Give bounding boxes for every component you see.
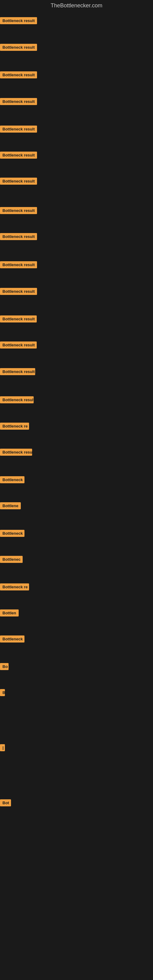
bottleneck-result-item: Bottlenec — [0, 556, 22, 564]
bottleneck-badge: Bottleneck result — [0, 368, 35, 375]
bottleneck-badge: Bottleneck result — [0, 396, 33, 403]
bottleneck-result-item: Bottleneck — [0, 530, 24, 538]
bottleneck-result-item: Bo — [0, 663, 9, 671]
bottleneck-badge: Bottlenec — [0, 556, 22, 563]
bottleneck-badge: Bottleneck result — [0, 178, 37, 185]
bottleneck-badge: Bottleneck — [0, 635, 24, 643]
bottleneck-result-item: B — [0, 689, 5, 697]
bottleneck-result-item: Bottleneck result — [0, 288, 37, 296]
bottleneck-badge: B — [0, 689, 5, 696]
bottleneck-result-item: Bottleneck result — [0, 72, 37, 80]
bottleneck-badge: Bottleneck result — [0, 261, 37, 268]
bottleneck-result-item: Bottleneck result — [0, 368, 35, 376]
bottleneck-badge: Bottleneck re — [0, 584, 29, 590]
bottleneck-result-item: Bottleneck re — [0, 584, 29, 592]
bottleneck-result-item: Bot — [0, 799, 11, 808]
bottleneck-badge: Bottleneck result — [0, 151, 37, 159]
bottleneck-badge: Bottleneck — [0, 530, 24, 537]
bottleneck-result-item: Bottleneck result — [0, 17, 37, 25]
bottleneck-badge: Bottleneck — [0, 476, 24, 483]
bottleneck-result-item: | — [0, 744, 5, 752]
bottleneck-result-item: Bottleneck result — [0, 44, 37, 52]
bottleneck-result-item: Bottleneck result — [0, 396, 33, 404]
bottleneck-result-item: Bottleneck result — [0, 151, 37, 160]
bottleneck-badge: Bo — [0, 663, 9, 670]
bottleneck-result-item: Bottleneck result — [0, 342, 37, 350]
bottleneck-badge: Bottleneck result — [0, 44, 37, 51]
bottleneck-badge: Bottleneck resul — [0, 449, 32, 456]
bottleneck-badge: Bot — [0, 799, 11, 807]
bottleneck-badge: Bottleneck result — [0, 98, 37, 105]
bottleneck-result-item: Bottleneck — [0, 635, 24, 644]
bottleneck-badge: Bottlen — [0, 609, 19, 616]
bottleneck-badge: Bottleneck result — [0, 342, 37, 348]
bottleneck-badge: Bottleneck re — [0, 423, 29, 430]
bottleneck-result-item: Bottlen — [0, 609, 19, 618]
bottleneck-result-item: Bottleneck re — [0, 423, 29, 431]
bottleneck-result-item: Bottleneck result — [0, 233, 37, 241]
bottleneck-badge: Bottleneck result — [0, 233, 37, 240]
bottleneck-result-item: Bottleneck result — [0, 207, 37, 215]
bottleneck-result-item: Bottleneck result — [0, 261, 37, 269]
bottleneck-badge: Bottleneck result — [0, 17, 37, 24]
bottleneck-result-item: Bottleneck — [0, 476, 24, 485]
bottleneck-result-item: Bottleneck result — [0, 178, 37, 186]
bottleneck-result-item: Bottleneck result — [0, 126, 37, 134]
bottleneck-result-item: Bottleneck result — [0, 98, 37, 106]
bottleneck-badge: | — [0, 744, 5, 751]
bottleneck-badge: Bottleneck result — [0, 207, 37, 214]
bottleneck-result-item: Bottlene — [0, 502, 21, 511]
bottleneck-result-item: Bottleneck result — [0, 315, 37, 324]
bottleneck-badge: Bottleneck result — [0, 72, 37, 78]
bottleneck-result-item: Bottleneck resul — [0, 449, 32, 457]
bottleneck-badge: Bottleneck result — [0, 315, 37, 323]
bottleneck-badge: Bottlene — [0, 502, 21, 509]
bottleneck-badge: Bottleneck result — [0, 288, 37, 295]
site-title: TheBottlenecker.com — [0, 0, 153, 11]
bottleneck-badge: Bottleneck result — [0, 126, 37, 133]
